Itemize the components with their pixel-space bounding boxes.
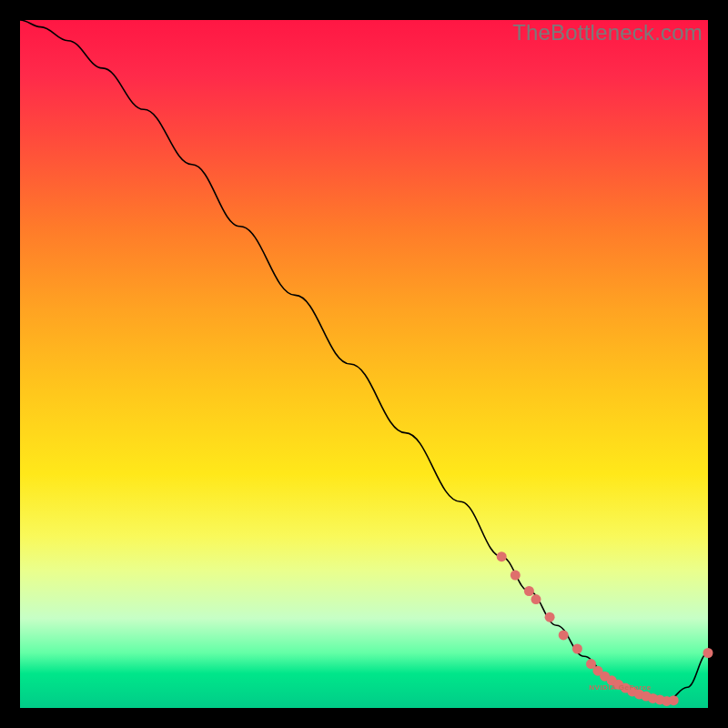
data-marker bbox=[511, 571, 521, 581]
data-marker bbox=[545, 612, 555, 622]
data-marker bbox=[559, 630, 569, 640]
data-marker bbox=[531, 594, 541, 604]
data-marker bbox=[572, 644, 582, 654]
curve-annotation: NVIDIA GeForce bbox=[589, 683, 652, 692]
bottleneck-curve bbox=[20, 20, 708, 701]
data-marker bbox=[669, 695, 679, 705]
data-marker bbox=[524, 586, 534, 596]
chart-svg: NVIDIA GeForce bbox=[20, 20, 708, 708]
data-marker bbox=[703, 648, 713, 658]
chart-plot-area: TheBottleneck.com NVIDIA GeForce bbox=[20, 20, 708, 708]
data-marker bbox=[497, 551, 507, 561]
